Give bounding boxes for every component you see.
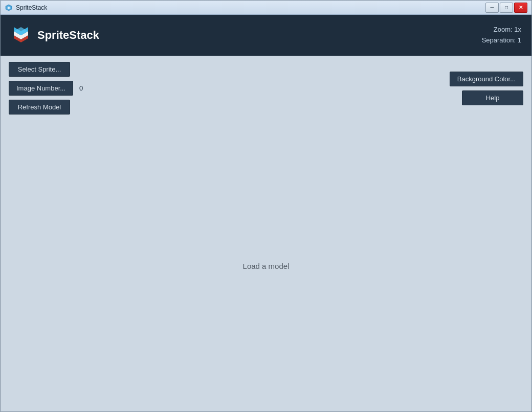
header-info: Zoom: 1x Separation: 1	[482, 25, 521, 46]
image-number-button[interactable]: Image Number...	[9, 81, 73, 96]
minimize-button[interactable]: ─	[485, 3, 499, 13]
canvas-area: Load a model	[1, 121, 531, 411]
image-number-value: 0	[79, 84, 83, 92]
app-logo-icon	[11, 25, 31, 45]
logo-area: SpriteStack	[11, 25, 99, 45]
app-title: SpriteStack	[37, 29, 99, 42]
toolbar: Select Sprite... Image Number... 0 Refre…	[1, 56, 531, 121]
main-content: Select Sprite... Image Number... 0 Refre…	[1, 56, 531, 411]
load-model-text: Load a model	[243, 262, 290, 270]
toolbar-right: Background Color... Help	[450, 72, 523, 105]
toolbar-left: Select Sprite... Image Number... 0 Refre…	[9, 62, 83, 115]
background-color-button[interactable]: Background Color...	[450, 72, 523, 86]
select-sprite-button[interactable]: Select Sprite...	[9, 62, 70, 77]
title-bar-text: SpriteStack	[16, 4, 485, 11]
help-button[interactable]: Help	[462, 90, 523, 105]
maximize-button[interactable]: □	[500, 3, 513, 13]
app-header: SpriteStack Zoom: 1x Separation: 1	[1, 15, 531, 56]
toolbar-row-1: Select Sprite...	[9, 62, 83, 77]
close-button[interactable]: ✕	[514, 3, 527, 13]
title-bar-icon	[5, 4, 13, 12]
toolbar-row-3: Refresh Model	[9, 100, 83, 115]
title-bar: SpriteStack ─ □ ✕	[1, 1, 531, 15]
separation-label: Separation: 1	[482, 35, 521, 46]
refresh-model-button[interactable]: Refresh Model	[9, 100, 70, 115]
title-bar-controls: ─ □ ✕	[485, 3, 527, 13]
toolbar-row-2: Image Number... 0	[9, 81, 83, 96]
zoom-label: Zoom: 1x	[482, 25, 521, 35]
app-window: SpriteStack ─ □ ✕ SpriteStack Zoom: 1x S…	[0, 0, 532, 412]
